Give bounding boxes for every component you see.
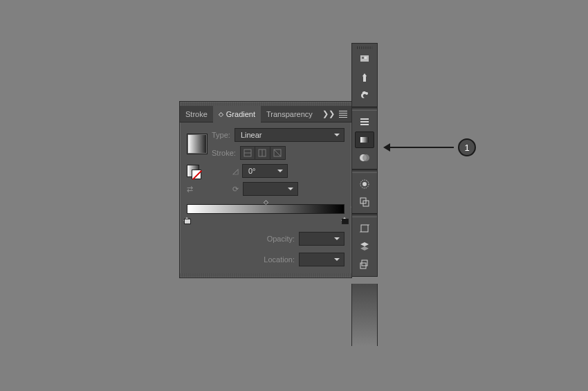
tab-gradient-label: Gradient [226, 110, 255, 118]
gradient-stroke-swatch[interactable] [187, 165, 199, 177]
panel-grip[interactable] [180, 102, 351, 106]
svg-rect-8 [365, 57, 367, 59]
aspect-ratio-select[interactable] [243, 182, 298, 196]
layers-panel-button[interactable] [355, 238, 374, 255]
color-panel-button[interactable] [355, 51, 374, 68]
panel-menu-button[interactable] [339, 111, 347, 118]
gradient-stop-black[interactable] [341, 214, 348, 222]
dock-grip[interactable] [357, 46, 372, 49]
stroke-align-along[interactable] [255, 146, 270, 160]
callout-1: 1 [386, 138, 476, 156]
gradient-panel: Stroke ◇ Gradient Transparency ❯❯ Type: … [179, 101, 352, 278]
opacity-label: Opacity: [267, 235, 295, 243]
gradient-type-select[interactable]: Linear [235, 128, 344, 142]
stroke-align-within[interactable] [240, 146, 255, 160]
panel-dock [351, 43, 378, 277]
opacity-select[interactable] [299, 232, 344, 246]
gradient-ramp[interactable] [187, 204, 344, 214]
dock-separator-2 [352, 169, 377, 173]
gradient-stop-white[interactable] [183, 214, 190, 222]
gradient-fill-swatch[interactable] [187, 134, 208, 154]
stroke-label: Stroke: [212, 149, 236, 157]
panel-resize-grip[interactable] [180, 273, 351, 278]
reverse-gradient-button[interactable]: ⇄ [187, 185, 208, 194]
svg-point-16 [362, 154, 369, 161]
stroke-align-group [240, 146, 286, 160]
graphic-styles-panel-button[interactable] [355, 194, 374, 210]
collapse-panel-button[interactable]: ❯❯ [322, 109, 335, 118]
svg-rect-7 [362, 57, 364, 59]
aspect-ratio-icon: ⟳ [232, 185, 239, 194]
gradient-panel-button[interactable] [355, 131, 374, 148]
stroke-align-across[interactable] [270, 146, 286, 160]
tab-stroke[interactable]: Stroke [180, 106, 213, 122]
callout-badge: 1 [458, 138, 476, 156]
transparency-panel-button[interactable] [355, 149, 374, 166]
svg-point-10 [365, 92, 368, 95]
callout-arrow [386, 147, 454, 148]
artboards-panel-button[interactable] [355, 256, 374, 273]
properties-panel-button[interactable] [355, 113, 374, 130]
brushes-panel-button[interactable] [355, 69, 374, 86]
symbols-panel-button[interactable] [355, 87, 374, 104]
tab-transparency[interactable]: Transparency [261, 106, 318, 122]
svg-rect-9 [363, 77, 366, 82]
panel-tabbar: Stroke ◇ Gradient Transparency ❯❯ [180, 106, 351, 122]
svg-rect-14 [360, 137, 369, 143]
gradient-slider[interactable]: ◇ 🗑 [187, 204, 344, 225]
svg-point-18 [362, 182, 367, 186]
dock-separator-3 [352, 213, 377, 217]
svg-rect-21 [361, 225, 368, 232]
dock-fade [351, 284, 378, 346]
tab-gradient[interactable]: ◇ Gradient [213, 106, 261, 122]
location-select[interactable] [299, 253, 344, 266]
panel-body: Type: Linear Stroke: [180, 122, 351, 273]
location-label: Location: [264, 255, 295, 264]
type-label: Type: [212, 131, 230, 139]
svg-line-5 [274, 149, 281, 156]
angle-value: 0° [248, 167, 256, 175]
gradient-midpoint-icon[interactable]: ◇ [264, 199, 268, 206]
transform-panel-button[interactable] [355, 220, 374, 237]
no-stroke-indicator [192, 170, 201, 179]
dock-separator-1 [352, 107, 377, 111]
appearance-panel-button[interactable] [355, 176, 374, 192]
gradient-type-value: Linear [241, 131, 262, 139]
gradient-active-icon: ◇ [219, 111, 223, 118]
angle-icon: ◿ [232, 167, 238, 176]
angle-select[interactable]: 0° [242, 164, 288, 178]
